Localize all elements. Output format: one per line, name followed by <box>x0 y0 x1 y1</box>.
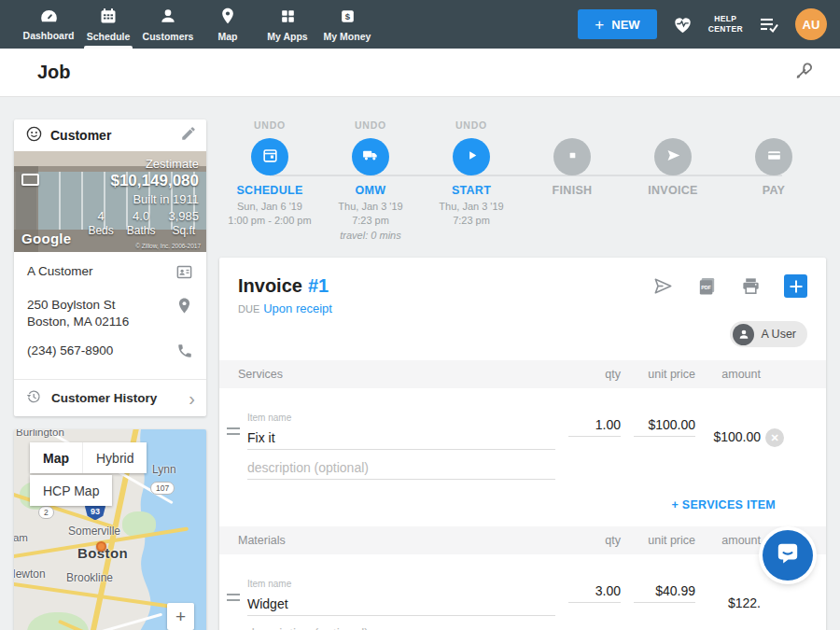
main-column: UNDO SCHEDULE Sun, Jan 6 '191:00 pm - 2:… <box>219 119 826 630</box>
play-icon <box>463 147 481 168</box>
customer-history-row[interactable]: Customer History › <box>14 379 206 416</box>
map-label-waltham: Waltham <box>14 532 28 543</box>
step-omw: UNDO OMW Thu, Jan 3 '197:23 pmtravel: 0 … <box>320 119 421 245</box>
customer-card: Customer Zestimate $10,149,080 Built in … <box>14 119 206 416</box>
step-invoice: INVOICE <box>623 119 723 245</box>
finish-step-button[interactable] <box>553 138 591 175</box>
map-widget[interactable]: 93 107 2 Burlington Lynn Waltham Somervi… <box>14 429 206 630</box>
item-amount: $100.00 <box>695 429 761 450</box>
map-label-somerville: Somerville <box>68 525 120 538</box>
due-value-link[interactable]: Upon receipt <box>263 301 332 315</box>
undo-schedule-button[interactable]: UNDO <box>254 119 286 133</box>
google-watermark: Google <box>21 231 71 246</box>
nav-tab-label: My Money <box>324 31 371 42</box>
invoice-number[interactable]: #1 <box>308 275 329 297</box>
job-tools-icon[interactable] <box>793 61 814 85</box>
step-label: START <box>452 184 491 197</box>
map-type-hybrid-button[interactable]: Hybrid <box>82 442 147 473</box>
nav-tab-label: Dashboard <box>23 30 75 41</box>
nav-right: + NEW HELP CENTER AU <box>578 0 827 49</box>
qty-header: qty <box>555 534 621 547</box>
drag-handle-icon[interactable] <box>227 594 240 601</box>
nav-tab-customers[interactable]: Customers <box>138 0 198 49</box>
new-button-label: NEW <box>611 18 639 32</box>
item-description-input[interactable] <box>247 622 555 630</box>
user-avatar[interactable]: AU <box>795 8 827 40</box>
property-stats: 4Beds 4.0Baths 3,985Sq.ft <box>88 209 199 237</box>
item-unit-price-input[interactable] <box>634 413 695 437</box>
send-invoice-icon[interactable] <box>652 275 674 297</box>
undo-omw-button[interactable]: UNDO <box>355 119 386 133</box>
phone-icon[interactable] <box>176 343 193 363</box>
item-description-input[interactable] <box>247 455 555 480</box>
customer-address-row: 250 Boylston StBoston, MA 02116 <box>27 297 193 330</box>
remove-item-icon[interactable]: ✕ <box>765 428 784 447</box>
help-center-link[interactable]: HELP CENTER <box>708 14 743 35</box>
step-label: PAY <box>763 184 786 197</box>
chat-bubble-icon <box>774 539 802 571</box>
page-header: Job <box>0 49 840 97</box>
calendar-icon <box>261 147 279 168</box>
chat-launcher-button[interactable] <box>763 530 813 581</box>
item-name-input[interactable] <box>247 592 555 616</box>
start-step-button[interactable] <box>453 138 490 175</box>
customer-history-label: Customer History <box>51 391 179 405</box>
stop-icon <box>565 147 581 167</box>
map-type-map-button[interactable]: Map <box>30 442 82 473</box>
zillow-copyright: © Zillow, Inc. 2006-2017 <box>135 243 201 249</box>
invoice-step-button[interactable] <box>654 138 692 175</box>
location-pin-icon[interactable] <box>175 297 193 318</box>
nav-tab-dashboard[interactable]: Dashboard <box>19 0 78 49</box>
edit-pencil-icon[interactable] <box>180 125 197 146</box>
chevron-right-icon: › <box>189 389 195 408</box>
new-button[interactable]: + NEW <box>578 9 656 39</box>
assigned-user-chip[interactable]: A User <box>730 321 807 347</box>
nav-tab-my-money[interactable]: $ My Money <box>317 0 377 49</box>
left-column: Customer Zestimate $10,149,080 Built in … <box>14 119 206 630</box>
schedule-step-button[interactable] <box>251 138 288 175</box>
street-view-icon[interactable] <box>21 174 39 186</box>
drag-handle-icon[interactable] <box>227 427 240 435</box>
customer-name: A Customer <box>27 263 93 280</box>
qty-header: qty <box>555 368 621 381</box>
built-year: Built in 1911 <box>88 192 199 206</box>
map-zoom-controls: + − <box>167 603 194 630</box>
send-icon <box>665 147 682 168</box>
health-heart-icon[interactable] <box>672 14 693 35</box>
step-pay: PAY <box>723 119 824 245</box>
beds-label: Beds <box>88 224 113 237</box>
map-type-hcp-button[interactable]: HCP Map <box>30 475 112 506</box>
nav-tab-map[interactable]: Map <box>198 0 258 49</box>
nav-tab-my-apps[interactable]: My Apps <box>258 0 317 49</box>
add-services-item-link[interactable]: + SERVICES ITEM <box>555 498 789 511</box>
step-label: FINISH <box>553 184 593 197</box>
item-unit-price-input[interactable] <box>634 579 695 603</box>
undo-start-button[interactable]: UNDO <box>455 119 487 133</box>
zestimate-label: Zestimate <box>88 157 199 171</box>
add-invoice-item-button[interactable] <box>784 274 807 298</box>
contact-card-icon[interactable] <box>175 263 193 285</box>
route-badge-107: 107 <box>150 482 175 495</box>
omw-step-button[interactable] <box>352 138 389 175</box>
section-title: Materials <box>219 534 555 547</box>
pay-step-button[interactable] <box>755 138 792 175</box>
step-label: SCHEDULE <box>236 184 302 197</box>
material-item-row: Item name $122. <box>219 554 826 616</box>
nav-tab-label: My Apps <box>267 31 307 42</box>
pdf-icon[interactable]: PDF <box>696 275 718 297</box>
assigned-user-row: A User <box>219 315 826 360</box>
item-qty-input[interactable] <box>568 579 621 603</box>
service-description-row <box>219 455 826 480</box>
unit-price-header: unit price <box>621 534 695 547</box>
zoom-in-button[interactable]: + <box>167 603 194 630</box>
svg-text:$: $ <box>344 11 350 21</box>
item-qty-input[interactable] <box>568 413 621 437</box>
assigned-user-name: A User <box>761 328 796 341</box>
credit-card-icon <box>765 147 783 168</box>
playlist-check-icon[interactable] <box>758 13 780 35</box>
due-label: DUE <box>238 303 259 315</box>
item-name-input[interactable] <box>247 426 555 450</box>
nav-tab-label: Customers <box>143 31 194 42</box>
nav-tab-schedule[interactable]: Schedule <box>78 0 138 49</box>
print-icon[interactable] <box>740 275 762 297</box>
